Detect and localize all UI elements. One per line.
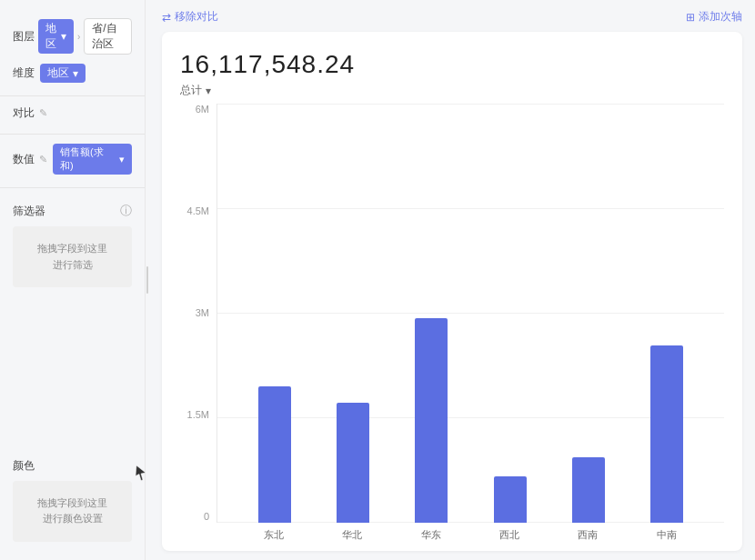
sidebar-resize-handle[interactable] [146,0,149,560]
x-label-西北: 西北 [493,528,526,542]
layer-tag-icon: ▾ [61,30,66,43]
filter-info-icon[interactable]: ⓘ [120,203,132,219]
bar-华东 [415,318,448,523]
dimension-row: 维度 地区 ▾ [0,62,145,85]
value-tag-chevron-icon: ▾ [119,154,125,165]
x-label-华东: 华东 [415,528,448,542]
value-edit-icon[interactable]: ✎ [39,154,47,165]
add-axis-icon: ⊞ [686,11,695,24]
chart-container: 16,117,548.24 总计 ▾ 6M 4.5M 3M 1.5M 0 [162,32,742,551]
compare-item: 对比 ✎ [13,105,132,121]
subtitle-chevron-icon[interactable]: ▾ [206,85,211,97]
bar-group-华北[interactable] [337,403,369,523]
bar-西北 [494,476,527,523]
x-label-中南: 中南 [650,528,683,542]
dimension-tag[interactable]: 地区 ▾ [40,64,86,83]
filter-drop-zone[interactable]: 拖拽字段到这里 进行筛选 [13,226,132,287]
compare-row: 对比 ✎ [0,104,145,123]
value-item: 数值 ✎ 销售额(求和) ▾ [13,144,132,175]
value-label: 数值 [13,152,35,167]
chart-subtitle: 总计 ▾ [180,83,724,98]
move-remove-icon: ⇄ [162,11,171,24]
x-label-东北: 东北 [257,528,290,542]
breadcrumb-arrow: › [77,32,80,42]
color-drop-zone[interactable]: 拖拽字段到这里 进行颜色设置 [13,481,132,542]
dimension-label: 维度 [13,65,35,81]
add-axis-btn[interactable]: ⊞ 添加次轴 [686,9,742,25]
x-label-华北: 华北 [336,528,368,542]
bars-grid [216,104,724,523]
value-tag[interactable]: 销售额(求和) ▾ [53,144,132,175]
layer-breadcrumb[interactable]: 省/自治区 [84,18,132,55]
value-row: 数值 ✎ 销售额(求和) ▾ [0,142,145,176]
color-title: 颜色 [13,458,132,474]
main-area: ⇄ 移除对比 ⊞ 添加次轴 16,117,548.24 总计 ▾ 6M 4.5M… [149,0,755,560]
bar-group-西北[interactable] [494,476,527,523]
sidebar: 图层 地区 ▾ › 省/自治区 维度 地区 ▾ 对比 ✎ [0,0,146,560]
y-axis: 6M 4.5M 3M 1.5M 0 [180,104,216,542]
bar-group-西南[interactable] [572,457,605,523]
x-labels: 东北华北华东西北西南中南 [216,523,724,542]
bar-西南 [572,457,605,523]
bar-chart: 6M 4.5M 3M 1.5M 0 [180,104,724,542]
bars-row [217,104,724,523]
layer-row: 图层 地区 ▾ › 省/自治区 [0,11,145,62]
bars-area: 东北华北华东西北西南中南 [216,104,724,542]
bar-group-中南[interactable] [650,345,683,523]
compare-edit-icon[interactable]: ✎ [39,107,47,119]
x-label-西南: 西南 [571,528,604,542]
compare-label: 对比 [13,105,35,121]
bar-group-华东[interactable] [415,318,448,523]
chart-big-value: 16,117,548.24 [180,50,724,79]
bar-华北 [337,403,369,523]
color-section: 颜色 拖拽字段到这里 进行颜色设置 [0,451,145,549]
top-actions-bar: ⇄ 移除对比 ⊞ 添加次轴 [162,9,742,25]
layer-tag[interactable]: 地区 ▾ [38,19,74,54]
bar-中南 [650,345,683,523]
compare-move-btn[interactable]: ⇄ 移除对比 [162,9,218,25]
filter-title: 筛选器 ⓘ [13,203,132,219]
dimension-chevron-icon: ▾ [73,67,78,80]
filter-section: 筛选器 ⓘ 拖拽字段到这里 进行筛选 [0,195,145,451]
bar-group-东北[interactable] [258,386,291,523]
layer-label: 图层 [13,29,35,45]
dimension-item: 维度 地区 ▾ [13,64,132,83]
bar-东北 [258,386,291,523]
